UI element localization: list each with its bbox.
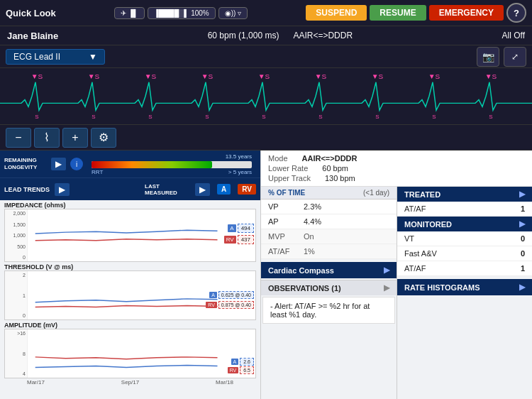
svg-text:▼S: ▼S: [145, 72, 157, 80]
resume-button[interactable]: RESUME: [370, 5, 426, 21]
help-button[interactable]: ?: [506, 3, 526, 23]
mode-row-3: Upper Track 130 bpm: [268, 174, 525, 182]
suspend-button[interactable]: SUSPEND: [306, 5, 367, 21]
svg-text:S: S: [432, 114, 436, 120]
impedance-plot: A 494 RV 437: [28, 209, 255, 261]
monitored-row-vt: VT 0: [397, 231, 532, 246]
monitored-row-ataf: AT/AF 1: [397, 261, 532, 276]
amplitude-plot: A 2.6 RV 6.5: [28, 329, 255, 378]
last-measured-label: LASTMEASURED: [145, 183, 191, 196]
charts-area: IMPEDANCE (ohms) 2,000 1,500 1,000 500 0: [0, 200, 260, 399]
patient-mode: AAIR<=>DDDR: [293, 31, 353, 40]
longevity-bar-bg: [92, 161, 252, 168]
lead-trends-label: LEAD TRENDS: [4, 186, 50, 193]
chevron-down-icon: ▼: [89, 52, 97, 62]
svg-text:S: S: [262, 114, 265, 120]
all-off-label: All Off: [502, 31, 525, 40]
camera-icon: 📷: [482, 51, 494, 62]
rate-histograms-arrow: ▶: [519, 283, 525, 292]
longevity-bar-area: 13.5 years RRT > 5 years: [87, 153, 256, 175]
impedance-title: IMPEDANCE (ohms): [4, 202, 256, 209]
rate-histograms-btn[interactable]: RATE HISTOGRAMS ▶: [397, 279, 532, 295]
svg-text:▼S: ▼S: [372, 72, 384, 80]
imp-label-4: 0: [6, 255, 26, 260]
svg-text:S: S: [318, 114, 322, 120]
treated-ataf-label: AT/AF: [404, 204, 426, 213]
amplitude-title: AMPLITUDE (mV): [4, 322, 256, 329]
date-labels: Mar/17 Sep/17 Mar/18: [4, 378, 256, 386]
pct-ap-val: 4.4%: [304, 217, 321, 226]
obs-arrow-icon: ▶: [384, 283, 389, 293]
date-label-1: Sep/17: [121, 379, 139, 386]
pct-ataf-name: AT/AF: [268, 247, 304, 256]
threshold-plot: A 0.625 @ 0.40 RV 0.875 @ 0.40: [28, 271, 255, 319]
ecg-strip: ▼S ▼S ▼S ▼S ▼S ▼S ▼S ▼S ▼S S S S S S S S…: [0, 68, 532, 125]
pct-header: % OF TIME (<1 day): [261, 187, 397, 200]
pulse-button[interactable]: ⌇: [34, 128, 60, 148]
treated-header[interactable]: TREATED ▶: [397, 187, 532, 202]
pct-mvp-val: On: [304, 232, 314, 241]
imp-label-3: 500: [6, 244, 26, 249]
svg-text:▼S: ▼S: [201, 72, 214, 80]
pct-col1: % OF TIME: [268, 189, 363, 197]
thr-label-0: 2: [6, 273, 26, 278]
pct-col2: (<1 day): [363, 189, 389, 197]
mode-row-2: Lower Rate 60 bpm: [268, 164, 525, 173]
monitored-vt-val: 0: [521, 234, 525, 243]
svg-text:S: S: [205, 114, 209, 120]
cardiac-compass-label: Cardiac Compass: [268, 266, 334, 275]
plus-button[interactable]: +: [62, 128, 88, 148]
longevity-info-btn[interactable]: i: [70, 158, 83, 170]
rrt-label: RRT: [92, 169, 103, 175]
camera-button[interactable]: 📷: [477, 47, 499, 67]
last-measured-arrow[interactable]: ▶: [195, 183, 210, 196]
ecg-lead-label: ECG Lead II: [13, 52, 60, 62]
emergency-button[interactable]: EMERGENCY: [429, 5, 504, 21]
ecg-lead-dropdown[interactable]: ECG Lead II ▼: [6, 49, 105, 65]
impedance-y-labels: 2,000 1,500 1,000 500 0: [5, 209, 28, 261]
device-icons: ✈ ▐▌ ▐████░▌ 100% ◉)) ▿: [114, 7, 248, 19]
main-area: REMAININGLONGEVITY ▶ i 13.5 years RRT > …: [0, 151, 532, 399]
imp-label-1: 1,500: [6, 222, 26, 227]
upper-track-val: 130 bpm: [325, 174, 355, 182]
thr-a-badge: A 0.625 @ 0.40: [209, 291, 254, 299]
pct-mvp-name: MVP: [268, 232, 304, 241]
middle-area: % OF TIME (<1 day) VP 2.3% AP 4.4% MVP O…: [261, 187, 532, 399]
expand-button[interactable]: ⤢: [504, 47, 526, 67]
monitored-fastav-val: 0: [521, 249, 525, 258]
top-bar-buttons: SUSPEND RESUME EMERGENCY ?: [306, 3, 526, 23]
app-title: Quick Look: [6, 8, 56, 18]
cardiac-compass-btn[interactable]: Cardiac Compass ▶: [261, 262, 397, 278]
amp-a-badge: A 2.6: [231, 358, 254, 366]
amp-rv-badge: RV 6.5: [228, 366, 254, 374]
ecg-lead-bar: ECG Lead II ▼ 📷 ⤢: [0, 45, 532, 68]
lead-trends-arrow[interactable]: ▶: [55, 183, 70, 196]
thr-label-2: 0: [6, 313, 26, 318]
lower-rate-val: 60 bpm: [322, 164, 348, 173]
threshold-y-labels: 2 1 0: [5, 271, 28, 319]
amp-label-2: 4: [6, 371, 26, 376]
pct-row-mvp: MVP On: [261, 229, 397, 244]
observations-header[interactable]: OBSERVATIONS (1) ▶: [261, 280, 397, 295]
svg-text:▼S: ▼S: [31, 72, 43, 80]
longevity-label: REMAININGLONGEVITY: [4, 157, 47, 170]
threshold-title: THRESHOLD (V @ ms): [4, 263, 256, 270]
amp-label-1: 8: [6, 351, 26, 356]
monitored-row-fastav: Fast A&V 0: [397, 246, 532, 261]
mode-info: Mode AAIR<=>DDDR Lower Rate 60 bpm Upper…: [261, 151, 532, 187]
observations-content: - Alert: AT/AF >= %2 hr for at least %1 …: [262, 297, 395, 324]
minus-button[interactable]: −: [6, 128, 31, 148]
longevity-bar-fill: [92, 161, 212, 168]
left-panel: REMAININGLONGEVITY ▶ i 13.5 years RRT > …: [0, 151, 261, 399]
threshold-section: THRESHOLD (V @ ms) 2 1 0 A: [0, 262, 260, 320]
date-label-0: Mar/17: [27, 379, 45, 386]
ecg-controls: − ⌇ + ⚙: [0, 125, 532, 151]
settings-button[interactable]: ⚙: [91, 128, 116, 148]
thr-rv-badge: RV 0.875 @ 0.40: [206, 301, 254, 309]
monitored-header[interactable]: MONITORED ▶: [397, 217, 532, 231]
mode-val: AAIR<=>DDDR: [302, 154, 358, 163]
longevity-arrow-btn[interactable]: ▶: [51, 158, 66, 170]
patient-rate: 60 bpm (1,000 ms): [208, 31, 279, 40]
patient-bar: Jane Blaine 60 bpm (1,000 ms) AAIR<=>DDD…: [0, 26, 532, 45]
imp-a-badge: A 494: [228, 224, 254, 233]
